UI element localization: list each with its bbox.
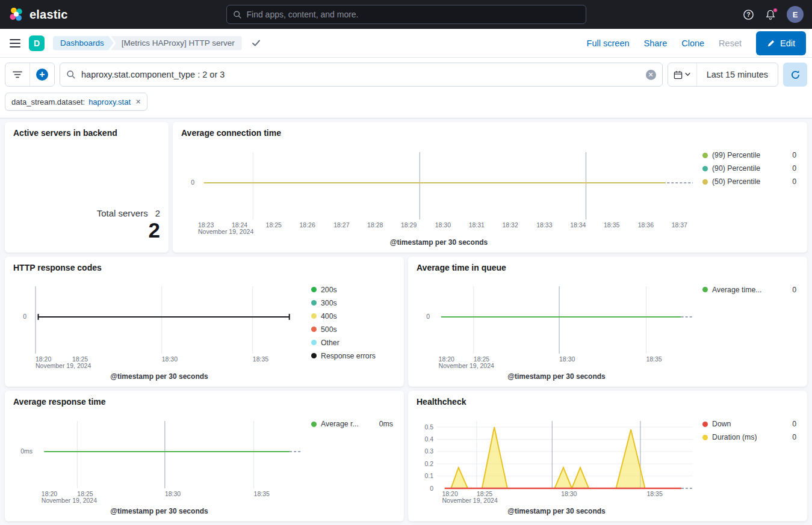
legend-swatch-icon: [311, 340, 317, 345]
reset-button[interactable]: Reset: [719, 38, 742, 48]
legend-label: Average time...: [712, 286, 761, 294]
legend-value: 0: [792, 433, 799, 441]
legend-swatch-icon: [311, 353, 317, 358]
dashboard-grid: Active servers in backend Total servers …: [0, 118, 812, 525]
saved-check-icon[interactable]: [252, 39, 261, 47]
legend-value: 0: [792, 164, 799, 173]
legend: Average r...0ms: [306, 407, 397, 519]
legend-swatch-icon: [702, 179, 708, 185]
legend-item[interactable]: Down0: [702, 420, 799, 428]
svg-text:November 19, 2024: November 19, 2024: [439, 362, 494, 369]
global-search-input[interactable]: [247, 10, 580, 19]
svg-text:18:35: 18:35: [604, 221, 619, 229]
legend-label: (99) Percentile: [712, 151, 760, 159]
legend-label: (90) Percentile: [712, 164, 760, 173]
notification-dot: [773, 8, 778, 13]
x-axis-title: @timestamp per 30 seconds: [415, 372, 698, 384]
svg-text:18:30: 18:30: [165, 490, 181, 497]
svg-text:18:37: 18:37: [672, 221, 687, 229]
share-button[interactable]: Share: [644, 38, 668, 48]
time-range-button[interactable]: Last 15 minutes: [697, 63, 778, 86]
svg-text:18:31: 18:31: [469, 221, 485, 229]
legend: Average time...0: [698, 272, 800, 385]
filter-bar: data_stream.dataset: haproxy.stat ✕: [0, 91, 812, 118]
legend-item[interactable]: 300s: [311, 299, 395, 307]
clear-query-button[interactable]: ✕: [646, 70, 656, 80]
chart-canvas[interactable]: 018:2318:2418:2518:2618:2718:2818:2918:3…: [180, 147, 698, 238]
breadcrumb-item-dashboards[interactable]: Dashboards: [53, 36, 114, 51]
help-button[interactable]: ?: [743, 9, 754, 20]
elastic-home-link[interactable]: elastic: [8, 7, 68, 22]
legend-item[interactable]: Other: [311, 339, 395, 347]
legend-item[interactable]: 500s: [311, 325, 395, 334]
global-search[interactable]: [226, 5, 586, 24]
svg-text:18:34: 18:34: [570, 221, 586, 229]
x-axis-title: @timestamp per 30 seconds: [12, 372, 306, 384]
date-picker-menu-button[interactable]: [668, 63, 697, 86]
panel-http-response-codes: HTTP response codes 018:2018:2518:3018:3…: [5, 257, 404, 387]
space-avatar[interactable]: D: [29, 35, 45, 51]
query-input[interactable]: [81, 70, 640, 79]
legend-swatch-icon: [311, 287, 317, 292]
chart-canvas[interactable]: 018:2018:2518:3018:35November 19, 2024: [415, 281, 698, 372]
svg-text:0.2: 0.2: [424, 460, 433, 467]
chart-canvas[interactable]: 0ms18:2018:2518:3018:35November 19, 2024: [12, 416, 306, 506]
legend: Down0Duration (ms)0: [698, 407, 800, 519]
filter-pill[interactable]: data_stream.dataset: haproxy.stat ✕: [5, 93, 147, 111]
legend-item[interactable]: Response errors: [311, 352, 395, 360]
edit-button[interactable]: Edit: [756, 31, 806, 55]
svg-text:18:35: 18:35: [253, 355, 268, 363]
panel-title: Active servers in backend: [5, 122, 169, 138]
legend-item[interactable]: Average r...0ms: [311, 420, 395, 428]
svg-text:0ms: 0ms: [20, 447, 33, 455]
filter-controls-group: +: [5, 63, 55, 87]
legend-item[interactable]: 400s: [311, 312, 395, 321]
svg-text:18:25: 18:25: [266, 221, 282, 229]
legend-swatch-icon: [702, 435, 708, 440]
legend: (99) Percentile0(90) Percentile0(50) Per…: [698, 138, 800, 250]
elastic-logo-icon: [8, 7, 24, 22]
svg-text:18:35: 18:35: [254, 490, 270, 497]
legend-item[interactable]: (50) Percentile0: [702, 177, 799, 186]
panel-title: Healthcheck: [408, 391, 807, 407]
legend-label: 200s: [321, 286, 337, 294]
legend-item[interactable]: 200s: [311, 286, 395, 294]
refresh-icon: [790, 70, 801, 80]
svg-text:18:30: 18:30: [559, 355, 575, 363]
svg-text:18:30: 18:30: [561, 490, 577, 497]
legend-item[interactable]: Duration (ms)0: [702, 433, 799, 441]
legend-item[interactable]: (90) Percentile0: [702, 164, 799, 173]
clone-button[interactable]: Clone: [681, 38, 704, 48]
help-icon: ?: [743, 9, 754, 20]
svg-text:November 19, 2024: November 19, 2024: [198, 228, 253, 235]
metric-visualization[interactable]: Total servers 2 2: [5, 138, 169, 253]
plus-in-circle-icon: +: [36, 69, 48, 81]
header-actions: ? E: [743, 6, 804, 23]
chart-canvas[interactable]: 00.10.20.30.40.518:2018:2518:3018:35Nove…: [415, 416, 698, 506]
x-axis-title: @timestamp per 30 seconds: [12, 506, 306, 519]
legend-value: 0ms: [379, 420, 395, 428]
search-icon: [66, 70, 76, 79]
metric-label: Total servers: [97, 208, 148, 218]
menu-button[interactable]: [10, 38, 20, 48]
refresh-button[interactable]: [783, 63, 807, 87]
user-avatar[interactable]: E: [787, 6, 804, 23]
filter-menu-button[interactable]: [5, 63, 29, 86]
filter-icon: [13, 70, 22, 79]
legend-item[interactable]: Average time...0: [702, 286, 799, 294]
full-screen-button[interactable]: Full screen: [587, 38, 630, 48]
legend-item[interactable]: (99) Percentile0: [702, 151, 799, 159]
legend-value: 0: [792, 286, 799, 294]
breadcrumb-item-current[interactable]: [Metrics HAProxy] HTTP server: [111, 36, 242, 51]
x-axis-title: @timestamp per 30 seconds: [415, 506, 698, 519]
svg-text:0.1: 0.1: [424, 472, 433, 479]
panel-title: Average time in queue: [408, 257, 807, 272]
x-axis-title: @timestamp per 30 seconds: [180, 238, 698, 250]
notifications-button[interactable]: [765, 9, 776, 20]
chart-canvas[interactable]: 018:2018:2518:3018:35November 19, 2024: [12, 281, 306, 372]
add-control-button[interactable]: +: [30, 63, 54, 86]
legend-label: Response errors: [321, 352, 376, 360]
panel-average-connection-time: Average connection time 018:2318:2418:25…: [173, 122, 807, 253]
remove-filter-icon[interactable]: ✕: [135, 98, 141, 106]
legend-label: Average r...: [321, 420, 359, 428]
